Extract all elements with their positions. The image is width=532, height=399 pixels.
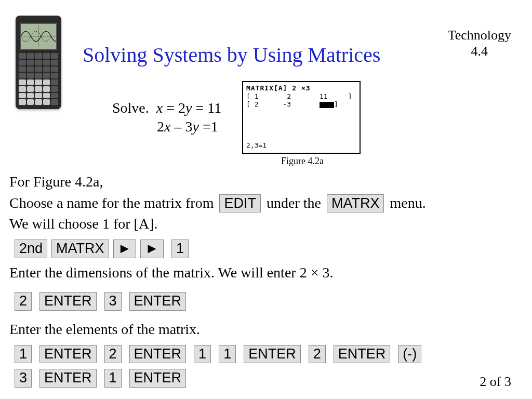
key-1: 1 [194, 345, 211, 364]
eq2-pre: 2 [157, 118, 164, 135]
key-edit: EDIT [219, 194, 261, 213]
tech-line1: Technology [448, 28, 511, 43]
key-neg: (-) [398, 345, 421, 364]
fig-cursor [320, 102, 334, 108]
instr-line3: We will choose 1 for [A]. [9, 214, 516, 235]
key-right-2: ► [140, 240, 164, 258]
keyrow-3: 1 ENTER 2 ENTER 1 1 ENTER 2 ENTER (-) [12, 343, 516, 365]
key-matrx-inline: MATRX [327, 194, 384, 213]
instructions-body: For Figure 4.2a, Choose a name for the m… [9, 171, 516, 392]
fig-row1: [ 1 2 11 ] [246, 92, 356, 101]
figure-caption: Figure 4.2a [242, 156, 363, 167]
fig-row2-text: [ 2 -3 [246, 100, 320, 108]
problem-statement: Solve. x = 2y = 11 2x – 3y =1 [112, 99, 221, 137]
key-matrx: MATRX [51, 240, 109, 258]
eq1-post: = 11 [192, 100, 221, 116]
instr-line2c: menu. [386, 195, 425, 211]
key-enter: ENTER [39, 369, 97, 388]
fig-row2: [ 2 -3 ] [246, 100, 356, 109]
fig-bottom: 2,3=1 [246, 141, 267, 150]
key-right-1: ► [113, 240, 137, 258]
key-enter: ENTER [39, 292, 97, 311]
page-number: 2 of 3 [480, 374, 511, 390]
instr-line2b: under the [263, 195, 325, 211]
key-enter: ENTER [334, 345, 391, 364]
eq2-mid: – 3 [170, 118, 192, 135]
instr-line2: Choose a name for the matrix from EDIT u… [9, 193, 516, 214]
key-2: 2 [104, 345, 122, 364]
calculator-illustration [16, 16, 61, 109]
key-3: 3 [15, 369, 32, 388]
key-enter: ENTER [129, 345, 187, 364]
instr-line4: Enter the dimensions of the matrix. We w… [9, 262, 516, 284]
tech-line2: 4.4 [471, 44, 488, 59]
eq2-y: y [192, 118, 198, 135]
key-2: 2 [15, 292, 32, 311]
keyrow-1: 2ndMATRX►► 1 [12, 238, 516, 259]
solve-label: Solve. [112, 100, 149, 116]
key-enter: ENTER [129, 292, 187, 311]
eq2-post: =1 [199, 118, 218, 135]
page-title: Solving Systems by Using Matrices [83, 43, 380, 67]
fig-row2-end: ] [334, 100, 338, 108]
eq1-x: x [156, 100, 163, 116]
key-1: 1 [15, 345, 32, 364]
eq1-mid: = 2 [163, 100, 185, 116]
calculator-screen [20, 23, 57, 50]
fig-header: MATRIX[A] 2 ×3 [246, 84, 356, 92]
key-enter: ENTER [39, 345, 97, 364]
technology-label: Technology 4.4 [448, 27, 511, 59]
keyrow-4: 3 ENTER 1 ENTER [12, 367, 516, 389]
key-1: 1 [104, 369, 122, 388]
keyrow-2: 2 ENTER 3 ENTER [12, 290, 516, 312]
key-1: 1 [219, 345, 236, 364]
key-3: 3 [104, 292, 122, 311]
calculator-keys [19, 53, 58, 105]
figure-screen: MATRIX[A] 2 ×3 [ 1 2 11 ] [ 2 -3 ] 2,3=1 [242, 81, 361, 154]
key-enter: ENTER [129, 369, 187, 388]
key-1: 1 [171, 240, 189, 258]
instr-line1: For Figure 4.2a, [9, 171, 516, 193]
eq1-y: y [185, 100, 192, 116]
instr-line5: Enter the elements of the matrix. [9, 319, 516, 340]
eq2-x: x [164, 118, 170, 135]
key-2nd: 2nd [15, 240, 47, 258]
key-2: 2 [309, 345, 326, 364]
instr-line2a: Choose a name for the matrix from [9, 195, 217, 211]
key-enter: ENTER [244, 345, 301, 364]
